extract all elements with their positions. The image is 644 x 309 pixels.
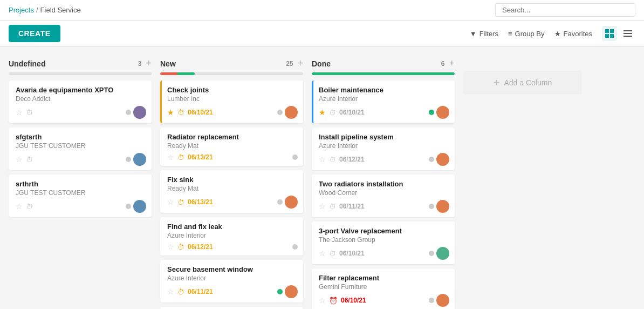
card[interactable]: Boiler maintenance Azure Interior ★ ⏱ 06… bbox=[312, 80, 455, 123]
add-column-label: Add a Column bbox=[504, 78, 552, 87]
star-toggle[interactable]: ☆ bbox=[319, 249, 326, 258]
card-subtitle: Azure Interior bbox=[167, 232, 298, 239]
status-dot bbox=[277, 110, 283, 115]
card-title: srthrth bbox=[16, 180, 146, 188]
svg-rect-6 bbox=[624, 36, 632, 37]
top-bar: Projects / Field Service bbox=[0, 0, 644, 21]
avatar bbox=[285, 196, 298, 209]
clock-icon: ⏱ bbox=[177, 243, 184, 251]
column-header-undefined: Undefined 3 + bbox=[9, 56, 152, 72]
card[interactable]: srthrth JGU TEST CUSTOMER ☆ ⏱ bbox=[9, 174, 152, 217]
favorites-action[interactable]: ★ Favorites bbox=[554, 30, 592, 38]
card[interactable]: Two radiators installation Wood Corner ☆… bbox=[312, 174, 455, 217]
clock-icon: ⏱ bbox=[26, 203, 33, 211]
card[interactable]: Radiator replacement Ready Mat ☆ ⏱ 06/13… bbox=[160, 127, 303, 166]
column-undefined: Undefined 3 + Avaria de equipamento XPTO… bbox=[9, 56, 152, 309]
star-toggle[interactable]: ★ bbox=[167, 108, 174, 117]
star-toggle[interactable]: ☆ bbox=[319, 296, 326, 305]
kanban-area: Undefined 3 + Avaria de equipamento XPTO… bbox=[0, 47, 644, 309]
card-title: Avaria de equipamento XPTO bbox=[16, 86, 146, 94]
toolbar-right: ▼ Filters ≡ Group By ★ Favorites bbox=[470, 26, 635, 41]
column-title-undefined: Undefined bbox=[9, 59, 45, 68]
view-icons bbox=[602, 26, 635, 41]
card[interactable]: 3-port Valve replacement The Jackson Gro… bbox=[312, 221, 455, 264]
search-input[interactable] bbox=[495, 3, 635, 17]
clock-icon: ⏱ bbox=[329, 156, 336, 164]
kanban-view-icon[interactable] bbox=[602, 26, 617, 41]
card-subtitle: Lumber Inc bbox=[167, 95, 298, 103]
avatar bbox=[436, 153, 449, 166]
column-add-undefined[interactable]: + bbox=[146, 58, 152, 69]
star-toggle[interactable]: ☆ bbox=[167, 153, 174, 162]
status-dot bbox=[292, 244, 298, 250]
breadcrumb-separator: / bbox=[36, 6, 38, 14]
column-header-done: Done 6 + bbox=[312, 56, 455, 72]
card-title: Install pipeline system bbox=[319, 133, 449, 141]
card-title: Radiator replacement bbox=[167, 133, 298, 141]
svg-rect-2 bbox=[605, 34, 609, 38]
card-subtitle: Gemini Furniture bbox=[319, 283, 449, 291]
star-toggle[interactable]: ☆ bbox=[16, 155, 23, 164]
card[interactable]: Check joints Lumber Inc ★ ⏱ 06/10/21 bbox=[160, 80, 303, 123]
star-icon: ★ bbox=[554, 30, 561, 38]
card-title: sfgtsrth bbox=[16, 133, 146, 141]
avatar bbox=[436, 294, 449, 307]
card[interactable]: Install pipeline system Azure Interior ☆… bbox=[312, 127, 455, 170]
star-toggle[interactable]: ☆ bbox=[319, 155, 326, 164]
card-subtitle: Ready Mat bbox=[167, 185, 298, 192]
card-subtitle: Wood Corner bbox=[319, 189, 449, 197]
svg-rect-1 bbox=[610, 29, 614, 33]
status-dot bbox=[429, 204, 434, 209]
star-toggle[interactable]: ☆ bbox=[16, 108, 23, 117]
avatar bbox=[133, 153, 146, 166]
card[interactable]: Filter replacement Gemini Furniture ☆ ⏰ … bbox=[312, 268, 455, 309]
avatar bbox=[133, 106, 146, 119]
create-button[interactable]: CREATE bbox=[9, 25, 60, 42]
card-title: Fix sink bbox=[167, 176, 298, 184]
avatar bbox=[133, 200, 146, 213]
status-dot bbox=[429, 157, 434, 162]
star-toggle[interactable]: ☆ bbox=[16, 202, 23, 211]
groupby-label: Group By bbox=[515, 30, 545, 38]
star-toggle[interactable]: ☆ bbox=[319, 202, 326, 211]
card-title: Find and fix leak bbox=[167, 223, 298, 231]
card[interactable]: Fix sink Ready Mat ☆ ⏱ 06/13/21 bbox=[160, 170, 303, 213]
column-new: New 25 + Check joints Lumber Inc ★ ⏱ 06/… bbox=[160, 56, 303, 309]
card[interactable]: Avaria de equipamento XPTO Deco Addict ☆… bbox=[9, 80, 152, 123]
clock-icon: ⏱ bbox=[329, 109, 336, 117]
column-count-undefined: 3 bbox=[138, 60, 142, 68]
card[interactable]: Find and fix leak Azure Interior ☆ ⏱ 06/… bbox=[160, 217, 303, 256]
clock-icon: ⏱ bbox=[177, 109, 184, 117]
avatar bbox=[436, 106, 449, 119]
column-add-done[interactable]: + bbox=[449, 58, 455, 69]
card[interactable]: Replace defective shower head Ready Mat … bbox=[160, 307, 303, 309]
avatar bbox=[285, 106, 298, 119]
star-toggle[interactable]: ★ bbox=[319, 108, 326, 117]
add-column-button[interactable]: +Add a Column bbox=[463, 71, 582, 95]
card-date: 06/13/21 bbox=[188, 153, 213, 161]
card[interactable]: Secure basement window Azure Interior ☆ … bbox=[160, 260, 303, 303]
list-view-icon[interactable] bbox=[620, 26, 635, 41]
groupby-action[interactable]: ≡ Group By bbox=[508, 30, 545, 38]
status-dot bbox=[429, 298, 434, 303]
star-toggle[interactable]: ☆ bbox=[167, 243, 174, 251]
filters-action[interactable]: ▼ Filters bbox=[470, 30, 498, 38]
status-dot bbox=[292, 154, 298, 160]
breadcrumb: Projects / Field Service bbox=[9, 6, 81, 14]
card-title: Secure basement window bbox=[167, 265, 298, 273]
column-done: Done 6 + Boiler maintenance Azure Interi… bbox=[312, 56, 455, 309]
column-add-new[interactable]: + bbox=[297, 58, 303, 69]
breadcrumb-projects[interactable]: Projects bbox=[9, 6, 34, 14]
clock-icon: ⏱ bbox=[26, 156, 33, 164]
card-date: 06/10/21 bbox=[339, 250, 365, 257]
star-toggle[interactable]: ☆ bbox=[167, 198, 174, 206]
status-dot bbox=[429, 251, 434, 256]
card[interactable]: sfgtsrth JGU TEST CUSTOMER ☆ ⏱ bbox=[9, 127, 152, 170]
avatar bbox=[436, 200, 449, 213]
clock-icon: ⏱ bbox=[177, 153, 184, 162]
status-dot bbox=[126, 157, 131, 162]
card-title: Boiler maintenance bbox=[319, 86, 449, 94]
card-subtitle: Azure Interior bbox=[319, 142, 449, 150]
clock-icon: ⏱ bbox=[329, 203, 336, 211]
star-toggle[interactable]: ☆ bbox=[167, 287, 174, 296]
